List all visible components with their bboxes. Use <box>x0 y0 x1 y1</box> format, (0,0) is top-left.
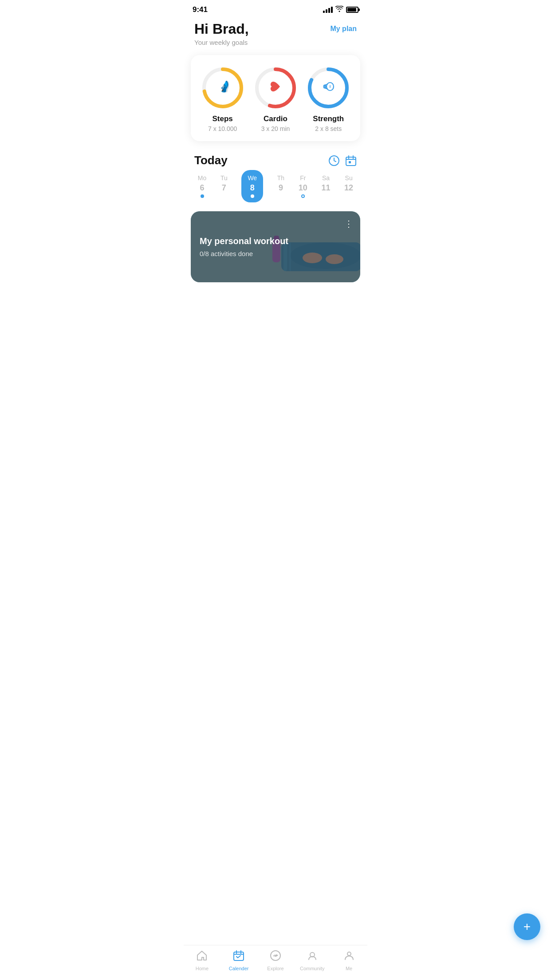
workout-title: My personal workout <box>200 236 351 246</box>
goals-card: 👟 Steps 7 x 10.000 Cardio 3 x 20 min <box>191 55 360 141</box>
day-dot-wednesday <box>251 194 254 198</box>
day-dot-friday <box>301 194 305 198</box>
svg-text:👟: 👟 <box>216 80 229 93</box>
greeting-sub: Your weekly goals <box>194 39 249 46</box>
history-icon <box>328 155 340 166</box>
svg-rect-14 <box>349 161 351 163</box>
day-wednesday[interactable]: We 8 <box>241 170 263 202</box>
header: Hi Brad, Your weekly goals My plan <box>184 18 367 46</box>
strength-ring <box>306 66 350 110</box>
calendar-button[interactable] <box>345 155 357 166</box>
svg-rect-11 <box>346 157 356 166</box>
steps-icon: 👟 <box>216 80 229 96</box>
strength-icon <box>322 80 335 96</box>
greeting-name: Hi Brad, <box>194 21 249 37</box>
day-dot-thursday <box>279 194 283 198</box>
day-sunday[interactable]: Su 12 <box>344 174 353 202</box>
cardio-label: Cardio <box>264 115 287 123</box>
steps-label: Steps <box>213 115 233 123</box>
day-dot-sunday <box>347 194 350 198</box>
day-saturday[interactable]: Sa 11 <box>321 174 330 202</box>
day-monday[interactable]: Mo 6 <box>198 174 206 202</box>
goal-strength[interactable]: Strength 2 x 8 sets <box>306 66 350 132</box>
day-friday[interactable]: Fr 10 <box>299 174 307 202</box>
calendar-row: Mo 6 Tu 7 We 8 Th 9 Fr 10 Sa 11 Su 12 <box>184 174 367 211</box>
steps-ring: 👟 <box>201 66 245 110</box>
day-dot-saturday <box>324 194 327 198</box>
cardio-icon <box>269 81 282 95</box>
my-plan-button[interactable]: My plan <box>330 21 357 33</box>
status-time: 9:41 <box>193 5 208 14</box>
cardio-ring <box>253 66 298 110</box>
strength-label: Strength <box>313 115 344 123</box>
strength-sub: 2 x 8 sets <box>315 125 342 132</box>
goal-steps[interactable]: 👟 Steps 7 x 10.000 <box>201 66 245 132</box>
workout-sub: 0/8 activities done <box>200 250 351 257</box>
day-dot-tuesday <box>222 194 226 198</box>
battery-icon <box>346 7 358 13</box>
goal-cardio[interactable]: Cardio 3 x 20 min <box>253 66 298 132</box>
day-tuesday[interactable]: Tu 7 <box>220 174 228 202</box>
today-icons <box>328 155 357 166</box>
status-bar: 9:41 <box>184 0 367 18</box>
cardio-sub: 3 x 20 min <box>261 125 290 132</box>
signal-icon <box>323 7 333 13</box>
day-dot-monday <box>201 194 204 198</box>
workout-content: My personal workout 0/8 activities done <box>191 211 360 282</box>
wifi-icon <box>335 6 343 14</box>
day-thursday[interactable]: Th 9 <box>277 174 284 202</box>
workout-card[interactable]: My personal workout 0/8 activities done … <box>191 211 360 282</box>
calendar-icon-today <box>345 155 357 166</box>
today-title: Today <box>194 154 228 167</box>
workout-menu-button[interactable]: ⋮ <box>344 218 353 229</box>
history-button[interactable] <box>328 155 340 166</box>
today-section-header: Today <box>184 150 367 174</box>
steps-sub: 7 x 10.000 <box>208 125 237 132</box>
status-icons <box>323 6 358 14</box>
